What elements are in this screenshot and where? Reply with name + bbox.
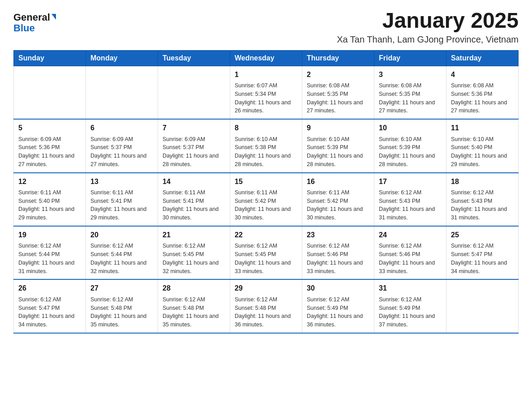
calendar-cell: 13Sunrise: 6:11 AMSunset: 5:41 PMDayligh… bbox=[86, 173, 158, 226]
calendar-cell: 29Sunrise: 6:12 AMSunset: 5:48 PMDayligh… bbox=[230, 279, 302, 333]
day-number: 24 bbox=[379, 230, 442, 240]
day-info: Sunrise: 6:08 AMSunset: 5:36 PMDaylight:… bbox=[451, 81, 514, 115]
calendar-cell: 18Sunrise: 6:12 AMSunset: 5:43 PMDayligh… bbox=[446, 173, 519, 226]
day-info: Sunrise: 6:12 AMSunset: 5:44 PMDaylight:… bbox=[18, 242, 81, 275]
day-number: 30 bbox=[307, 283, 369, 293]
calendar-cell bbox=[158, 66, 230, 119]
calendar-cell bbox=[446, 279, 519, 333]
calendar-cell: 31Sunrise: 6:12 AMSunset: 5:49 PMDayligh… bbox=[374, 279, 446, 333]
calendar-cell: 12Sunrise: 6:11 AMSunset: 5:40 PMDayligh… bbox=[14, 173, 86, 226]
calendar-cell: 23Sunrise: 6:12 AMSunset: 5:46 PMDayligh… bbox=[302, 226, 374, 279]
calendar-cell: 27Sunrise: 6:12 AMSunset: 5:48 PMDayligh… bbox=[86, 279, 158, 333]
day-number: 10 bbox=[379, 123, 442, 133]
day-info: Sunrise: 6:12 AMSunset: 5:47 PMDaylight:… bbox=[18, 295, 81, 329]
day-info: Sunrise: 6:12 AMSunset: 5:43 PMDaylight:… bbox=[451, 188, 514, 222]
page-title: January 2025 bbox=[337, 9, 519, 33]
header-cell-saturday: Saturday bbox=[446, 50, 519, 66]
week-row-3: 12Sunrise: 6:11 AMSunset: 5:40 PMDayligh… bbox=[14, 173, 519, 226]
calendar-cell: 20Sunrise: 6:12 AMSunset: 5:44 PMDayligh… bbox=[86, 226, 158, 279]
day-info: Sunrise: 6:12 AMSunset: 5:43 PMDaylight:… bbox=[379, 188, 442, 222]
logo-general-text: General bbox=[13, 13, 50, 22]
calendar-cell: 4Sunrise: 6:08 AMSunset: 5:36 PMDaylight… bbox=[446, 66, 519, 119]
day-number: 6 bbox=[90, 123, 153, 133]
logo-blue-text: Blue bbox=[13, 23, 35, 33]
calendar-cell: 22Sunrise: 6:12 AMSunset: 5:45 PMDayligh… bbox=[230, 226, 302, 279]
day-info: Sunrise: 6:10 AMSunset: 5:38 PMDaylight:… bbox=[235, 135, 297, 169]
day-number: 15 bbox=[235, 177, 297, 187]
calendar-cell: 10Sunrise: 6:10 AMSunset: 5:39 PMDayligh… bbox=[374, 119, 446, 172]
header-cell-friday: Friday bbox=[374, 50, 446, 66]
day-number: 5 bbox=[18, 123, 81, 133]
day-info: Sunrise: 6:12 AMSunset: 5:48 PMDaylight:… bbox=[235, 295, 297, 329]
header-cell-thursday: Thursday bbox=[302, 50, 374, 66]
day-info: Sunrise: 6:11 AMSunset: 5:41 PMDaylight:… bbox=[90, 188, 153, 222]
day-number: 9 bbox=[307, 123, 369, 133]
day-number: 20 bbox=[90, 230, 153, 240]
day-info: Sunrise: 6:07 AMSunset: 5:34 PMDaylight:… bbox=[235, 81, 297, 115]
day-number: 11 bbox=[451, 123, 514, 133]
day-info: Sunrise: 6:12 AMSunset: 5:46 PMDaylight:… bbox=[307, 242, 369, 275]
day-number: 27 bbox=[90, 283, 153, 293]
day-info: Sunrise: 6:12 AMSunset: 5:49 PMDaylight:… bbox=[379, 295, 442, 329]
calendar-cell: 14Sunrise: 6:11 AMSunset: 5:41 PMDayligh… bbox=[158, 173, 230, 226]
calendar-cell: 6Sunrise: 6:09 AMSunset: 5:37 PMDaylight… bbox=[86, 119, 158, 172]
day-info: Sunrise: 6:12 AMSunset: 5:46 PMDaylight:… bbox=[379, 242, 442, 275]
calendar-cell bbox=[86, 66, 158, 119]
day-number: 14 bbox=[163, 177, 225, 187]
calendar-cell: 24Sunrise: 6:12 AMSunset: 5:46 PMDayligh… bbox=[374, 226, 446, 279]
calendar-cell: 5Sunrise: 6:09 AMSunset: 5:36 PMDaylight… bbox=[14, 119, 86, 172]
header-cell-tuesday: Tuesday bbox=[158, 50, 230, 66]
calendar-cell: 7Sunrise: 6:09 AMSunset: 5:37 PMDaylight… bbox=[158, 119, 230, 172]
logo: General Blue bbox=[13, 13, 56, 33]
day-number: 8 bbox=[235, 123, 297, 133]
calendar-cell: 19Sunrise: 6:12 AMSunset: 5:44 PMDayligh… bbox=[14, 226, 86, 279]
calendar-cell: 28Sunrise: 6:12 AMSunset: 5:48 PMDayligh… bbox=[158, 279, 230, 333]
day-number: 28 bbox=[163, 283, 225, 293]
day-info: Sunrise: 6:11 AMSunset: 5:40 PMDaylight:… bbox=[18, 188, 81, 222]
week-row-1: 1Sunrise: 6:07 AMSunset: 5:34 PMDaylight… bbox=[14, 66, 519, 119]
day-info: Sunrise: 6:12 AMSunset: 5:49 PMDaylight:… bbox=[307, 295, 369, 329]
day-number: 3 bbox=[379, 70, 442, 80]
calendar-cell: 21Sunrise: 6:12 AMSunset: 5:45 PMDayligh… bbox=[158, 226, 230, 279]
day-number: 25 bbox=[451, 230, 514, 240]
title-block: January 2025 Xa Tan Thanh, Lam GJong Pro… bbox=[337, 9, 519, 45]
day-number: 2 bbox=[307, 70, 369, 80]
calendar-cell: 8Sunrise: 6:10 AMSunset: 5:38 PMDaylight… bbox=[230, 119, 302, 172]
day-number: 17 bbox=[379, 177, 442, 187]
day-number: 1 bbox=[235, 70, 297, 80]
day-info: Sunrise: 6:11 AMSunset: 5:41 PMDaylight:… bbox=[163, 188, 225, 222]
header-cell-wednesday: Wednesday bbox=[230, 50, 302, 66]
week-row-2: 5Sunrise: 6:09 AMSunset: 5:36 PMDaylight… bbox=[14, 119, 519, 172]
day-number: 16 bbox=[307, 177, 369, 187]
calendar-cell bbox=[14, 66, 86, 119]
week-row-4: 19Sunrise: 6:12 AMSunset: 5:44 PMDayligh… bbox=[14, 226, 519, 279]
calendar-cell: 3Sunrise: 6:08 AMSunset: 5:35 PMDaylight… bbox=[374, 66, 446, 119]
page-header: General Blue January 2025 Xa Tan Thanh, … bbox=[13, 9, 519, 45]
calendar-cell: 11Sunrise: 6:10 AMSunset: 5:40 PMDayligh… bbox=[446, 119, 519, 172]
day-info: Sunrise: 6:10 AMSunset: 5:40 PMDaylight:… bbox=[451, 135, 514, 169]
day-info: Sunrise: 6:10 AMSunset: 5:39 PMDaylight:… bbox=[379, 135, 442, 169]
header-row: SundayMondayTuesdayWednesdayThursdayFrid… bbox=[14, 50, 519, 66]
logo-triangle-icon bbox=[51, 14, 56, 20]
day-info: Sunrise: 6:10 AMSunset: 5:39 PMDaylight:… bbox=[307, 135, 369, 169]
day-info: Sunrise: 6:09 AMSunset: 5:36 PMDaylight:… bbox=[18, 135, 81, 169]
day-number: 12 bbox=[18, 177, 81, 187]
calendar-cell: 25Sunrise: 6:12 AMSunset: 5:47 PMDayligh… bbox=[446, 226, 519, 279]
day-info: Sunrise: 6:12 AMSunset: 5:44 PMDaylight:… bbox=[90, 242, 153, 275]
week-row-5: 26Sunrise: 6:12 AMSunset: 5:47 PMDayligh… bbox=[14, 279, 519, 333]
day-number: 19 bbox=[18, 230, 81, 240]
day-info: Sunrise: 6:11 AMSunset: 5:42 PMDaylight:… bbox=[235, 188, 297, 222]
header-cell-monday: Monday bbox=[86, 50, 158, 66]
day-info: Sunrise: 6:09 AMSunset: 5:37 PMDaylight:… bbox=[90, 135, 153, 169]
day-number: 29 bbox=[235, 283, 297, 293]
page-subtitle: Xa Tan Thanh, Lam GJong Province, Vietna… bbox=[337, 34, 519, 45]
calendar-body: 1Sunrise: 6:07 AMSunset: 5:34 PMDaylight… bbox=[14, 66, 519, 333]
day-info: Sunrise: 6:11 AMSunset: 5:42 PMDaylight:… bbox=[307, 188, 369, 222]
day-info: Sunrise: 6:12 AMSunset: 5:48 PMDaylight:… bbox=[90, 295, 153, 329]
calendar-header: SundayMondayTuesdayWednesdayThursdayFrid… bbox=[14, 50, 519, 66]
calendar-cell: 15Sunrise: 6:11 AMSunset: 5:42 PMDayligh… bbox=[230, 173, 302, 226]
day-number: 22 bbox=[235, 230, 297, 240]
header-cell-sunday: Sunday bbox=[14, 50, 86, 66]
day-info: Sunrise: 6:08 AMSunset: 5:35 PMDaylight:… bbox=[307, 81, 369, 115]
day-number: 21 bbox=[163, 230, 225, 240]
